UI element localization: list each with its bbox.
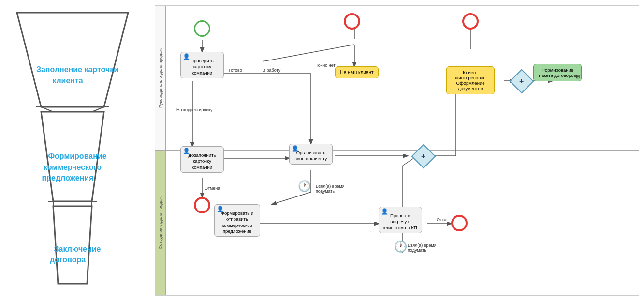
task-form-contracts: Формирование пакета договоров ⊞: [533, 64, 582, 81]
task-client-interested: Клиент заинтересован. Оформление докумен…: [446, 66, 495, 94]
svg-line-14: [263, 45, 354, 61]
label-cancel: Отмена: [205, 186, 220, 191]
lane-top-label: Руководитель отдела продаж: [155, 6, 165, 150]
label-think2: Взял(а) времяподумать: [408, 243, 437, 253]
label-tochno-net: Точно нет: [316, 63, 336, 68]
task-form-kp: 👤 Формировать и отправить коммерческое п…: [214, 204, 260, 237]
gateway-plus1: +: [513, 73, 530, 90]
end-top: [462, 13, 479, 30]
lane-divider: [166, 150, 639, 151]
svg-marker-0: [17, 13, 128, 107]
bpm-diagram: Руководитель отдела продаж Сотрудник отд…: [155, 5, 639, 296]
label-reject: Отказ: [437, 217, 448, 222]
svg-marker-2: [53, 206, 92, 284]
svg-line-18: [272, 192, 311, 204]
diagram-area: 👤 Проверить карточку компании На коррект…: [166, 6, 639, 295]
task-fill-company: 👤 Дозаполнить карточку компании: [180, 146, 224, 173]
task-check-company: 👤 Проверить карточку компании: [180, 52, 224, 78]
lane-bottom-label: Сотрудник отдела продаж: [155, 150, 165, 295]
svg-marker-1: [41, 112, 104, 201]
end-cancel: [194, 197, 210, 213]
task-organize-call: 👤 Организовать звонок клиенту: [289, 144, 333, 165]
clock-icon-2: 🕐: [394, 241, 407, 253]
label-ready: Готово: [229, 68, 242, 73]
gateway-plus2: +: [415, 148, 432, 165]
end-not-client: [344, 13, 360, 30]
label-think1: Взял(а) времяподумать: [316, 184, 345, 194]
label-in-work: В работу: [263, 68, 280, 73]
lane-labels: Руководитель отдела продаж Сотрудник отд…: [155, 6, 166, 295]
start-event: [194, 20, 210, 37]
funnel: Заполнение карточки клиента Формирование…: [5, 8, 140, 293]
clock-icon-1: 🕐: [298, 180, 311, 193]
label-correction: На корректировку: [176, 107, 213, 112]
task-meet-client: 👤 Провести встречу с клиентом по КП: [379, 207, 422, 233]
end-reject: [451, 215, 468, 231]
task-not-our-client: Не наш клиент: [335, 66, 379, 78]
